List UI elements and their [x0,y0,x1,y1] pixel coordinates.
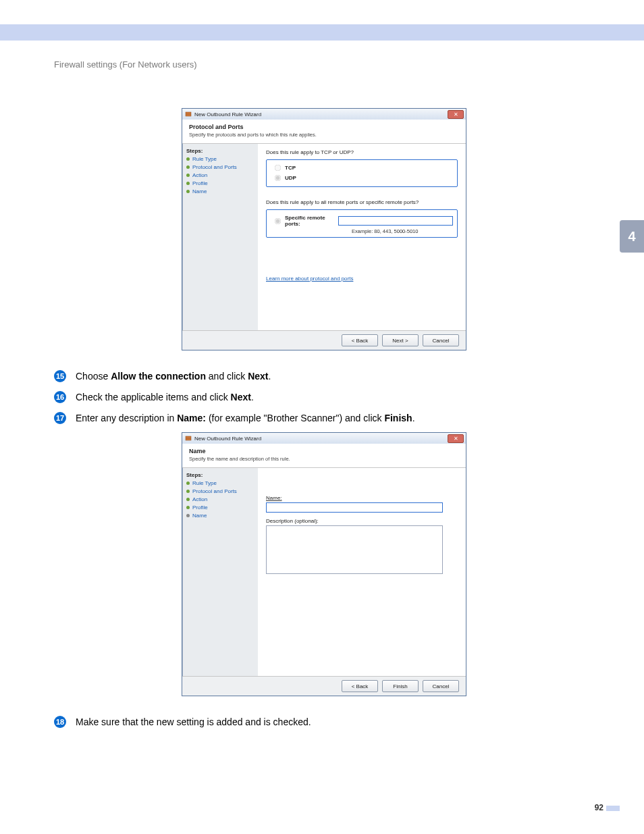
dialog-footer: < Back Next > Cancel [182,330,466,350]
description-textarea[interactable] [266,525,443,574]
close-button[interactable]: ✕ [448,434,464,443]
instruction-step-15: 15 Choose Allow the connection and click… [54,369,594,384]
step-bullet-18: 18 [54,716,66,728]
step-bullet-16: 16 [54,391,66,403]
next-button[interactable]: Next > [382,334,419,346]
dialog-title-text: New Outbound Rule Wizard [194,111,261,118]
cancel-button[interactable]: Cancel [423,334,459,346]
step-dot-icon [186,157,190,161]
step-label: Action [192,496,207,502]
learn-more-link[interactable]: Learn more about protocol and ports [266,276,353,282]
step-profile[interactable]: Profile [186,504,254,511]
radio-udp[interactable]: UDP [271,174,453,182]
dialog-main-pane: Does this rule apply to TCP or UDP? TCP … [258,144,466,330]
radio-specific-ports[interactable]: Specific remote ports: [271,215,453,227]
header-title: Firewall settings (For Network users) [54,59,197,70]
dialog-title-text: New Outbound Rule Wizard [194,436,261,442]
wizard-dialog-protocol-ports: New Outbound Rule Wizard ✕ Protocol and … [182,108,466,350]
close-button[interactable]: ✕ [448,110,464,119]
document-page: Firewall settings (For Network users) 4 … [0,0,644,834]
chapter-tab: 4 [620,220,644,253]
cancel-button[interactable]: Cancel [423,680,459,692]
radio-specific-ports-input[interactable] [275,217,281,224]
step-action[interactable]: Action [186,172,254,178]
question-ports: Does this rule apply to all remote ports… [266,199,458,205]
page-content: New Outbound Rule Wizard ✕ Protocol and … [54,101,594,736]
step-15-text: Choose Allow the connection and click Ne… [76,369,271,384]
step-label: Protocol and Ports [192,488,237,494]
dialog-body: Steps: Rule Type Protocol and Ports Acti… [182,144,466,330]
step-dot-icon [186,498,190,501]
step-rule-type[interactable]: Rule Type [186,480,254,486]
finish-button[interactable]: Finish [382,680,419,692]
dialog-footer: < Back Finish Cancel [182,676,466,696]
steps-sidebar: Steps: Rule Type Protocol and Ports Acti… [182,468,258,676]
step-bullet-17: 17 [54,412,66,424]
step-label: Rule Type [192,156,217,162]
dialog-header: Name Specify the name and description of… [182,444,466,468]
dialog-header-title: Name [189,448,459,454]
firewall-icon [185,111,192,118]
steps-title: Steps: [186,148,254,154]
radio-udp-label: UDP [285,175,296,181]
t: Allow the connection [111,371,206,382]
step-label: Action [192,172,207,178]
radio-udp-input[interactable] [275,175,281,182]
step-label: Name [192,513,207,519]
dialog-header: Protocol and Ports Specify the protocols… [182,120,466,144]
t: Next [231,392,251,402]
steps-title: Steps: [186,472,254,478]
name-input[interactable] [266,502,443,513]
dialog-header-subtitle: Specify the name and description of this… [189,456,459,462]
step-label: Rule Type [192,480,217,486]
name-label: Name: [266,495,458,501]
description-label: Description (optional): [266,518,458,524]
step-name[interactable]: Name [186,188,254,194]
header-band [0,24,644,41]
steps-sidebar: Steps: Rule Type Protocol and Ports Acti… [182,144,258,330]
t: Enter any description in [76,413,177,423]
step-dot-icon [186,174,190,177]
radio-tcp-input[interactable] [275,165,281,172]
instruction-step-18: 18 Make sure that the new setting is add… [54,715,594,729]
t: Choose [76,371,111,382]
ports-choice-frame: All remote ports Specific remote ports: … [266,209,458,238]
dialog-titlebar: New Outbound Rule Wizard ✕ [182,109,466,120]
t: Finish [384,413,412,423]
close-icon: ✕ [454,436,458,442]
step-protocol-ports[interactable]: Protocol and Ports [186,488,254,494]
instruction-step-16: 16 Check the applicable items and click … [54,390,594,405]
step-18-text: Make sure that the new setting is added … [76,715,311,729]
t: . [251,392,254,402]
step-label: Protocol and Ports [192,164,237,170]
step-rule-type[interactable]: Rule Type [186,156,254,162]
step-action[interactable]: Action [186,496,254,502]
instruction-step-17: 17 Enter any description in Name: (for e… [54,411,594,425]
t: (for example "Brother Scanner") and clic… [206,413,384,423]
t: . [269,371,271,382]
step-17-text: Enter any description in Name: (for exam… [76,411,415,425]
step-name[interactable]: Name [186,513,254,519]
step-dot-icon [186,514,190,517]
step-bullet-15: 15 [54,370,66,382]
back-button[interactable]: < Back [342,680,378,692]
specific-ports-input[interactable] [338,216,453,226]
step-16-text: Check the applicable items and click Nex… [76,390,254,405]
t: Check the applicable items and click [76,392,231,402]
radio-tcp[interactable]: TCP [271,163,453,172]
step-protocol-ports[interactable]: Protocol and Ports [186,164,254,170]
step-dot-icon [186,481,190,485]
radio-specific-ports-label: Specific remote ports: [285,215,336,227]
dialog-header-subtitle: Specify the protocols and ports to which… [189,132,459,138]
ports-example-text: Example: 80, 443, 5000-5010 [352,228,453,234]
close-icon: ✕ [454,112,458,118]
back-button[interactable]: < Back [342,334,378,346]
protocol-choice-frame: TCP UDP [266,159,458,187]
dialog-titlebar: New Outbound Rule Wizard ✕ [182,433,466,444]
step-profile[interactable]: Profile [186,180,254,186]
step-dot-icon [186,490,190,493]
radio-tcp-label: TCP [285,165,296,171]
page-number: 92 [595,803,603,812]
step-dot-icon [186,165,190,169]
step-label: Name [192,188,207,194]
